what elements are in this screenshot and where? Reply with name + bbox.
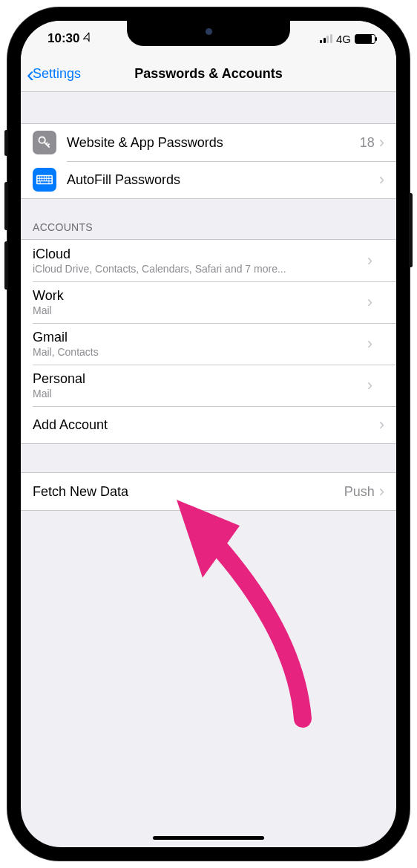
svg-rect-12 bbox=[47, 179, 48, 180]
fetch-new-data-row[interactable]: Fetch New Data Push › bbox=[21, 473, 396, 510]
svg-rect-14 bbox=[38, 181, 40, 183]
phone-frame: 10:30 4G ‹ Settings Passwords & Accounts bbox=[7, 7, 410, 861]
account-name: Gmail bbox=[33, 330, 68, 345]
annotation-arrow-icon bbox=[147, 481, 332, 741]
account-detail: Mail bbox=[33, 388, 52, 399]
svg-rect-2 bbox=[38, 176, 39, 177]
svg-rect-13 bbox=[49, 179, 51, 180]
screen: 10:30 4G ‹ Settings Passwords & Accounts bbox=[21, 21, 396, 847]
nav-bar: ‹ Settings Passwords & Accounts bbox=[21, 56, 396, 92]
svg-rect-9 bbox=[40, 179, 42, 180]
signal-icon bbox=[320, 34, 332, 43]
svg-rect-11 bbox=[45, 179, 46, 180]
row-value: 18 bbox=[360, 135, 375, 151]
chevron-right-icon: › bbox=[379, 134, 384, 151]
row-label: Add Account bbox=[33, 417, 379, 433]
volume-down-button bbox=[4, 241, 8, 290]
battery-icon bbox=[355, 34, 375, 44]
key-icon bbox=[33, 131, 56, 154]
notch bbox=[127, 21, 290, 46]
autofill-passwords-row[interactable]: AutoFill Passwords › bbox=[21, 161, 396, 198]
svg-rect-8 bbox=[38, 179, 39, 180]
svg-rect-16 bbox=[49, 181, 51, 183]
row-label: AutoFill Passwords bbox=[67, 172, 379, 188]
svg-rect-10 bbox=[42, 179, 44, 180]
svg-rect-15 bbox=[41, 181, 49, 183]
home-indicator[interactable] bbox=[153, 836, 264, 840]
keyboard-icon bbox=[33, 168, 56, 192]
network-label: 4G bbox=[336, 33, 351, 45]
volume-up-button bbox=[4, 182, 8, 230]
account-name: Work bbox=[33, 288, 64, 304]
chevron-right-icon: › bbox=[379, 172, 384, 188]
row-label: Website & App Passwords bbox=[67, 135, 360, 151]
add-account-row[interactable]: Add Account › bbox=[21, 406, 396, 443]
chevron-right-icon: › bbox=[367, 294, 372, 310]
row-label: Fetch New Data bbox=[33, 484, 344, 500]
account-name: iCloud bbox=[33, 247, 70, 262]
svg-rect-5 bbox=[45, 176, 46, 177]
back-button[interactable]: ‹ Settings bbox=[21, 63, 81, 85]
accounts-section-header: Accounts bbox=[21, 199, 396, 239]
svg-rect-4 bbox=[42, 176, 44, 177]
svg-rect-3 bbox=[40, 176, 42, 177]
website-app-passwords-row[interactable]: Website & App Passwords 18 › bbox=[21, 124, 396, 161]
chevron-right-icon: › bbox=[367, 252, 372, 269]
speaker-dot bbox=[206, 28, 212, 35]
power-button bbox=[409, 193, 413, 267]
svg-rect-6 bbox=[47, 176, 48, 177]
account-row-personal[interactable]: Personal Mail › bbox=[21, 365, 396, 406]
location-icon bbox=[81, 30, 96, 46]
account-name: Personal bbox=[33, 371, 85, 387]
chevron-right-icon: › bbox=[367, 336, 372, 352]
fetch-group: Fetch New Data Push › bbox=[21, 472, 396, 511]
chevron-right-icon: › bbox=[379, 483, 384, 500]
account-detail: Mail, Contacts bbox=[33, 346, 99, 358]
account-detail: iCloud Drive, Contacts, Calendars, Safar… bbox=[33, 263, 286, 275]
account-detail: Mail bbox=[33, 304, 52, 316]
svg-rect-7 bbox=[49, 176, 51, 177]
account-row-icloud[interactable]: iCloud iCloud Drive, Contacts, Calendars… bbox=[21, 240, 396, 281]
accounts-group: iCloud iCloud Drive, Contacts, Calendars… bbox=[21, 239, 396, 444]
account-row-gmail[interactable]: Gmail Mail, Contacts › bbox=[21, 323, 396, 365]
status-time: 10:30 bbox=[47, 31, 79, 46]
row-value: Push bbox=[344, 484, 375, 500]
account-row-work[interactable]: Work Mail › bbox=[21, 281, 396, 323]
chevron-right-icon: › bbox=[367, 377, 372, 394]
back-label: Settings bbox=[33, 66, 81, 82]
chevron-right-icon: › bbox=[379, 417, 384, 433]
silence-switch bbox=[4, 130, 8, 156]
passwords-group: Website & App Passwords 18 › AutoFill Pa… bbox=[21, 123, 396, 199]
